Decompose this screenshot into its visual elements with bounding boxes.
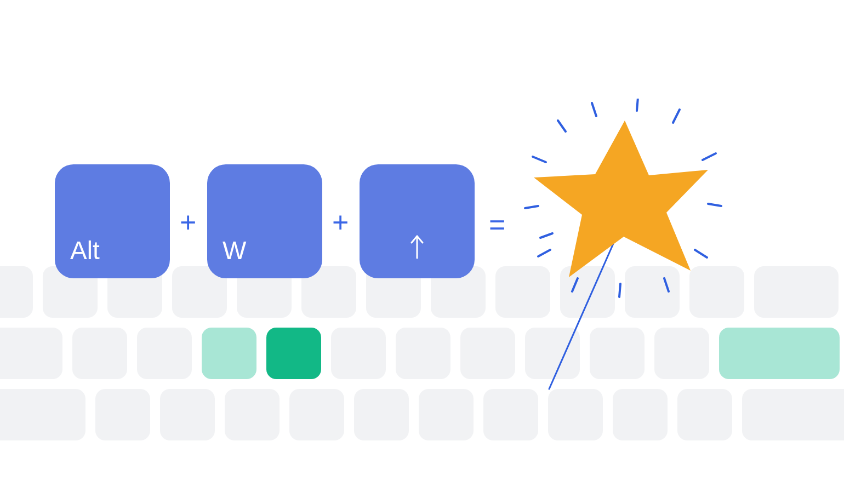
- keycap-label: Alt: [70, 236, 100, 265]
- bg-key: [72, 328, 127, 379]
- illustration-canvas: Alt + W + =: [0, 0, 844, 504]
- svg-line-13: [525, 206, 538, 208]
- bg-key: [160, 389, 215, 440]
- svg-line-4: [637, 99, 638, 111]
- bg-key: [354, 389, 409, 440]
- svg-line-3: [592, 103, 596, 116]
- svg-line-8: [695, 250, 707, 257]
- bg-key: [95, 389, 150, 440]
- bg-key: [137, 328, 192, 379]
- svg-line-10: [619, 284, 620, 297]
- bg-key: [225, 389, 280, 440]
- keycap-alt: Alt: [55, 164, 170, 278]
- bg-key: [331, 328, 386, 379]
- equals-operator: =: [489, 210, 502, 239]
- svg-line-6: [703, 153, 716, 160]
- magic-wand-icon: [515, 99, 767, 405]
- bg-key: [460, 328, 515, 379]
- svg-line-14: [533, 157, 546, 162]
- keycap-label: W: [223, 236, 246, 265]
- svg-line-12: [538, 250, 550, 256]
- svg-line-15: [558, 121, 566, 131]
- svg-marker-2: [534, 121, 708, 277]
- plus-operator: +: [180, 208, 196, 237]
- keycap-up-arrow: [360, 164, 475, 278]
- svg-line-7: [708, 204, 721, 206]
- plus-operator: +: [332, 208, 349, 237]
- svg-line-16: [540, 233, 552, 238]
- svg-line-5: [673, 110, 680, 123]
- up-arrow-icon: [409, 234, 425, 265]
- bg-key: [0, 328, 62, 379]
- bg-key: [396, 328, 450, 379]
- bg-key-highlight-teal: [266, 328, 321, 379]
- bg-key: [0, 266, 33, 318]
- svg-line-9: [664, 278, 669, 291]
- svg-line-11: [572, 278, 578, 291]
- bg-key: [289, 389, 344, 440]
- bg-key-highlight-mint: [202, 328, 256, 379]
- bg-key: [419, 389, 474, 440]
- keycap-w: W: [207, 164, 322, 278]
- bg-key: [0, 389, 85, 440]
